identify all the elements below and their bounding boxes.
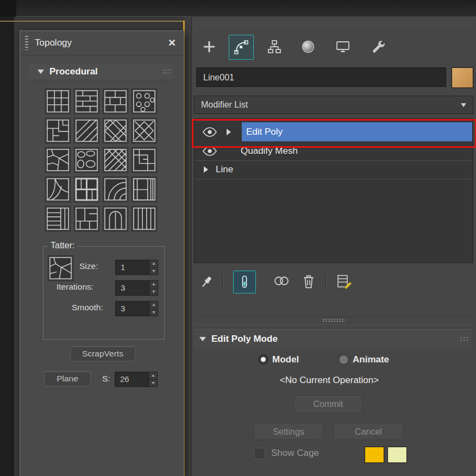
rollout-grip-icon	[162, 68, 171, 75]
make-unique-button[interactable]	[272, 274, 291, 288]
s-spinner[interactable]: 26	[115, 372, 158, 387]
modifier-list-dropdown[interactable]: Modifier List	[194, 96, 473, 114]
pattern-diagonal-planks[interactable]	[74, 118, 99, 143]
visibility-eye-icon[interactable]	[203, 127, 217, 137]
pattern-fan-arcs[interactable]	[103, 177, 128, 202]
drag-grip-icon[interactable]	[25, 36, 28, 50]
stack-row-line[interactable]: Line	[195, 160, 472, 179]
pattern-arch-window[interactable]	[103, 206, 128, 231]
spin-down-icon[interactable]	[149, 268, 158, 275]
tab-display[interactable]	[331, 35, 355, 59]
smooth-value[interactable]: 3	[116, 302, 149, 316]
tab-modify[interactable]	[229, 35, 254, 60]
size-value[interactable]: 1	[116, 260, 149, 274]
window-top-strip	[0, 0, 476, 17]
remove-modifier-button[interactable]	[302, 273, 316, 290]
pattern-grid-panes[interactable]	[45, 89, 71, 114]
visibility-eye-icon[interactable]	[203, 146, 217, 156]
commit-button[interactable]: Commit	[294, 396, 362, 413]
base-object-label: Line	[208, 164, 233, 175]
s-spinner-buttons[interactable]	[148, 372, 157, 386]
spin-up-icon[interactable]	[149, 302, 158, 309]
object-name-field[interactable]: Line001	[196, 67, 446, 87]
show-end-result-toggle[interactable]	[233, 271, 256, 293]
pattern-crosshatch[interactable]	[103, 118, 128, 143]
pattern-dot-grid[interactable]	[131, 89, 157, 114]
topology-titlebar[interactable]: Topology ✕	[20, 31, 184, 55]
size-spinner-buttons[interactable]	[149, 260, 158, 274]
toolbar-divider	[222, 274, 223, 290]
expand-arrow-icon[interactable]	[204, 166, 208, 173]
spin-up-icon[interactable]	[149, 281, 158, 289]
pattern-vertical-stripes[interactable]	[131, 206, 157, 231]
smooth-spinner-buttons[interactable]	[149, 302, 158, 316]
spin-down-icon[interactable]	[149, 289, 158, 296]
close-icon[interactable]: ✕	[168, 37, 176, 49]
panel-splitter[interactable]	[194, 316, 473, 325]
show-cage-checkbox[interactable]	[254, 448, 265, 459]
cancel-button[interactable]: Cancel	[333, 424, 404, 440]
size-spinner[interactable]: 1	[115, 260, 158, 275]
selected-modifier-highlight[interactable]: Edit Poly	[242, 122, 472, 141]
edit-poly-mode-rollout-header[interactable]: Edit Poly Mode	[194, 329, 472, 348]
animate-radio[interactable]	[339, 354, 349, 365]
pattern-fine-lattice[interactable]	[103, 147, 128, 173]
spin-down-icon[interactable]	[149, 380, 157, 387]
pattern-grid	[45, 89, 157, 231]
stack-row-edit-poly[interactable]: Edit Poly	[195, 122, 472, 142]
motion-sphere-icon	[300, 39, 316, 54]
linked-circles-icon	[273, 275, 290, 287]
tab-hierarchy[interactable]	[262, 35, 286, 59]
iterations-spinner[interactable]: 3	[115, 280, 158, 296]
scrapverts-button[interactable]: ScrapVerts	[70, 346, 135, 361]
pattern-diamond-lattice[interactable]	[131, 118, 157, 143]
hierarchy-icon	[267, 39, 282, 54]
iterations-value[interactable]: 3	[116, 281, 149, 295]
pattern-block-stripes[interactable]	[131, 177, 157, 202]
configure-modifier-sets-button[interactable]	[335, 273, 354, 290]
pattern-brick-stagger[interactable]	[74, 89, 99, 114]
model-radio[interactable]	[258, 354, 268, 365]
splitter-grip-icon	[322, 318, 345, 322]
pattern-thick-cross[interactable]	[74, 177, 99, 202]
spin-down-icon[interactable]	[149, 309, 158, 316]
pattern-cracked-stone[interactable]	[45, 147, 71, 173]
tab-utilities[interactable]	[367, 35, 391, 59]
pattern-leaf-curves[interactable]	[45, 177, 71, 202]
tab-motion[interactable]	[296, 35, 320, 59]
trash-icon	[302, 274, 315, 289]
iterations-label: Iterations:	[57, 282, 93, 292]
tatter-pattern-thumbnail[interactable]	[48, 255, 73, 281]
smooth-label: Smooth:	[72, 303, 103, 312]
stack-toolbar	[192, 270, 476, 295]
pattern-l-blocks[interactable]	[74, 206, 99, 231]
model-radio-label: Model	[272, 354, 299, 365]
modifier-list-label: Modifier List	[195, 96, 473, 114]
settings-button[interactable]: Settings	[254, 424, 323, 440]
pattern-pebbles[interactable]	[74, 147, 99, 173]
s-value[interactable]: 26	[115, 372, 148, 386]
3dsmax-screen: Topology ✕ Procedural	[0, 0, 476, 476]
stack-row-quadify-mesh[interactable]: Quadify Mesh	[195, 142, 472, 161]
expand-arrow-icon[interactable]	[227, 129, 231, 135]
pattern-interlock-frame[interactable]	[131, 147, 157, 173]
pin-stack-button[interactable]	[198, 274, 215, 290]
monitor-icon	[335, 39, 350, 54]
spin-up-icon[interactable]	[149, 260, 158, 268]
object-color-swatch[interactable]	[452, 67, 473, 88]
current-operation-status: <No Current Operation>	[192, 375, 467, 386]
spin-up-icon[interactable]	[149, 372, 157, 380]
wrench-icon	[371, 39, 386, 54]
pattern-stripes-column[interactable]	[45, 206, 71, 231]
cage-color-swatch-1[interactable]	[365, 447, 384, 463]
tab-create[interactable]	[197, 35, 221, 59]
cage-color-swatch-2[interactable]	[387, 447, 407, 463]
modifier-label: Edit Poly	[242, 127, 283, 137]
modify-bezier-icon	[233, 39, 249, 55]
plane-button[interactable]: Plane	[44, 371, 91, 386]
pattern-maze-blocks[interactable]	[45, 118, 71, 143]
procedural-rollout-header[interactable]: Procedural	[29, 64, 174, 80]
pattern-brick-bond[interactable]	[103, 89, 128, 114]
iterations-spinner-buttons[interactable]	[149, 281, 158, 295]
smooth-spinner[interactable]: 3	[115, 301, 158, 316]
